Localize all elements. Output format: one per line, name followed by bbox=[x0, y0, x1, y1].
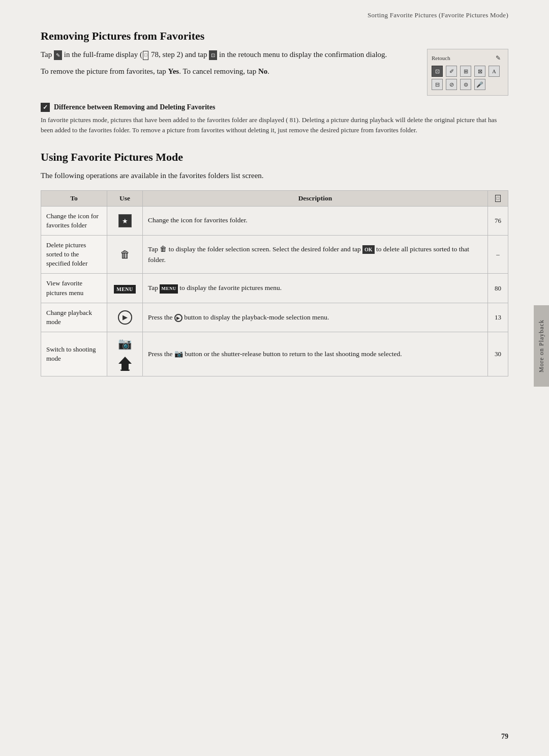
th-use: Use bbox=[107, 190, 143, 206]
star-icon: ★ bbox=[118, 214, 132, 227]
row2-use: 🗑 bbox=[107, 235, 143, 274]
table-row: Change the icon for favorites folder ★ C… bbox=[41, 206, 508, 235]
row1-ref: 76 bbox=[488, 206, 508, 235]
playback-icon: ▶ bbox=[118, 310, 132, 325]
ok-icon: OK bbox=[362, 245, 375, 254]
row2-ref: – bbox=[488, 235, 508, 274]
table-row: Delete pictures sorted to the specified … bbox=[41, 235, 508, 274]
ri8: ⊜ bbox=[460, 79, 471, 90]
row3-to: View favorite pictures menu bbox=[41, 274, 107, 303]
note-body: In favorite pictures mode, pictures that… bbox=[41, 115, 508, 135]
note-title: ✓ Difference between Removing and Deleti… bbox=[41, 103, 508, 112]
camera-icon: 📷 bbox=[118, 337, 132, 351]
row2-desc: Tap 🗑 to display the folder selection sc… bbox=[143, 235, 488, 274]
sidebar-label-text: More on Playback bbox=[538, 319, 545, 372]
th-desc: Description bbox=[143, 190, 488, 206]
ri4: ⊠ bbox=[474, 66, 485, 77]
ri3: ⊞ bbox=[460, 66, 471, 77]
page-content: Removing Pictures from Favorites Tap ✎ i… bbox=[0, 24, 549, 417]
note-box: ✓ Difference between Removing and Deleti… bbox=[41, 103, 508, 135]
th-ref: □ bbox=[488, 190, 508, 206]
intro-text: Tap ✎ in the full-frame display (□ 78, s… bbox=[41, 49, 417, 96]
retouch-row1: ⊡ ✐ ⊞ ⊠ A bbox=[432, 66, 504, 77]
table-row: Switch to shooting mode 📷 Press t bbox=[41, 332, 508, 376]
retouch-box: Retouch ✎ ⊡ ✐ ⊞ ⊠ A ⊟ ⊘ ⊜ 🎤 bbox=[427, 49, 508, 96]
ri1: ⊡ bbox=[432, 66, 443, 77]
row5-to: Switch to shooting mode bbox=[41, 332, 107, 376]
double-use-cell: 📷 bbox=[112, 337, 137, 371]
sidebar-label: More on Playback bbox=[534, 305, 549, 387]
intro-block: Tap ✎ in the full-frame display (□ 78, s… bbox=[41, 49, 508, 96]
arrow-down-icon bbox=[117, 357, 133, 371]
table-row: View favorite pictures menu MENU Tap MEN… bbox=[41, 274, 508, 303]
ri5: A bbox=[489, 66, 500, 77]
row4-use: ▶ bbox=[107, 303, 143, 332]
menu-inline-icon: MENU bbox=[160, 284, 178, 294]
row4-desc: Press the ▶ button to display the playba… bbox=[143, 303, 488, 332]
para1: Tap ✎ in the full-frame display (□ 78, s… bbox=[41, 49, 417, 61]
ri6: ⊟ bbox=[432, 79, 443, 90]
trash-inline-icon: 🗑 bbox=[160, 244, 167, 255]
retouch-row2: ⊟ ⊘ ⊜ 🎤 bbox=[432, 79, 504, 90]
row3-use: MENU bbox=[107, 274, 143, 303]
para2: To remove the picture from favorites, ta… bbox=[41, 66, 417, 77]
row3-desc: Tap MENU to display the favorite picture… bbox=[143, 274, 488, 303]
section2-title: Using Favorite Pictures Mode bbox=[41, 151, 508, 164]
trash-icon: 🗑 bbox=[120, 249, 130, 260]
svg-marker-0 bbox=[118, 357, 132, 371]
row4-ref: 13 bbox=[488, 303, 508, 332]
edit-icon: ✎ bbox=[54, 50, 62, 61]
row1-use: ★ bbox=[107, 206, 143, 235]
row5-desc: Press the 📷 button or the shutter-releas… bbox=[143, 332, 488, 376]
table-row: Change playback mode ▶ Press the ▶ butto… bbox=[41, 303, 508, 332]
section1-title: Removing Pictures from Favorites bbox=[41, 30, 508, 43]
operations-table: To Use Description □ Change the icon for… bbox=[41, 190, 508, 377]
check-icon: ✓ bbox=[41, 103, 50, 112]
row1-desc: Change the icon for favorites folder. bbox=[143, 206, 488, 235]
row4-to: Change playback mode bbox=[41, 303, 107, 332]
ref-book-icon: □ bbox=[495, 195, 501, 202]
ri7: ⊘ bbox=[446, 79, 457, 90]
ri2: ✐ bbox=[446, 66, 457, 77]
row5-ref: 30 bbox=[488, 332, 508, 376]
ri9: 🎤 bbox=[474, 79, 485, 90]
retouch-box-title: Retouch ✎ bbox=[432, 52, 504, 64]
menu-icon: MENU bbox=[114, 285, 136, 294]
th-to: To bbox=[41, 190, 107, 206]
retouch-icon-inline: ⊡ bbox=[209, 50, 217, 61]
section-removing: Removing Pictures from Favorites Tap ✎ i… bbox=[41, 30, 508, 135]
row3-ref: 80 bbox=[488, 274, 508, 303]
page-number: 79 bbox=[501, 733, 508, 741]
row1-to: Change the icon for favorites folder bbox=[41, 206, 107, 235]
row5-use: 📷 bbox=[107, 332, 143, 376]
book-icon: □ bbox=[143, 51, 148, 60]
section-using: Using Favorite Pictures Mode The followi… bbox=[41, 151, 508, 376]
section2-intro: The following operations are available i… bbox=[41, 170, 508, 182]
page-header: Sorting Favorite Pictures (Favorite Pict… bbox=[0, 0, 549, 24]
camera-inline-icon: 📷 bbox=[174, 348, 183, 360]
playback-inline-icon: ▶ bbox=[174, 314, 182, 322]
row2-to: Delete pictures sorted to the specified … bbox=[41, 235, 107, 274]
